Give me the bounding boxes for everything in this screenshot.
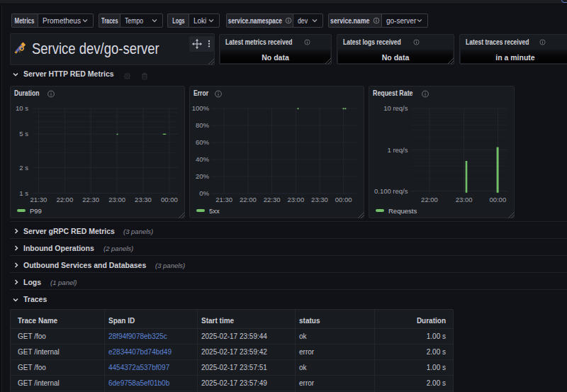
svg-text:21:30: 21:30 xyxy=(30,196,47,203)
svg-text:80%: 80% xyxy=(196,121,210,129)
svg-text:00:00: 00:00 xyxy=(161,196,178,203)
svg-text:Request Rate: Request Rate xyxy=(373,89,413,97)
svg-text:23:30: 23:30 xyxy=(135,196,152,203)
svg-text:0%: 0% xyxy=(199,189,209,197)
svg-text:20%: 20% xyxy=(196,172,210,180)
svg-text:10 req/s: 10 req/s xyxy=(383,104,408,112)
svg-text:60%: 60% xyxy=(196,138,210,146)
svg-text:23:00: 23:00 xyxy=(287,196,304,203)
svg-text:40%: 40% xyxy=(196,155,210,163)
svg-text:21:30: 21:30 xyxy=(215,196,232,203)
svg-text:100%: 100% xyxy=(192,104,210,112)
svg-text:22:00: 22:00 xyxy=(240,196,257,203)
svg-text:P99: P99 xyxy=(30,207,42,215)
svg-text:22:00: 22:00 xyxy=(56,196,73,203)
svg-text:00:00: 00:00 xyxy=(489,196,506,203)
svg-text:Duration: Duration xyxy=(14,89,40,97)
svg-text:1 req/s: 1 req/s xyxy=(387,146,408,154)
svg-text:5 s: 5 s xyxy=(19,130,28,138)
svg-text:2 s: 2 s xyxy=(19,164,28,172)
svg-text:5xx: 5xx xyxy=(209,207,220,215)
svg-text:Error: Error xyxy=(193,89,208,97)
svg-text:00:00: 00:00 xyxy=(335,196,352,203)
svg-text:1 s: 1 s xyxy=(19,189,28,197)
svg-text:23:30: 23:30 xyxy=(311,196,328,203)
svg-text:23:00: 23:00 xyxy=(456,196,473,203)
svg-text:Requests: Requests xyxy=(388,207,417,215)
svg-text:22:30: 22:30 xyxy=(264,196,281,203)
svg-text:10 s: 10 s xyxy=(16,104,28,112)
svg-text:22:30: 22:30 xyxy=(82,196,99,203)
svg-text:23:00: 23:00 xyxy=(108,196,125,203)
svg-text:22:00: 22:00 xyxy=(421,196,438,203)
svg-text:0.100 req/s: 0.100 req/s xyxy=(374,187,408,195)
